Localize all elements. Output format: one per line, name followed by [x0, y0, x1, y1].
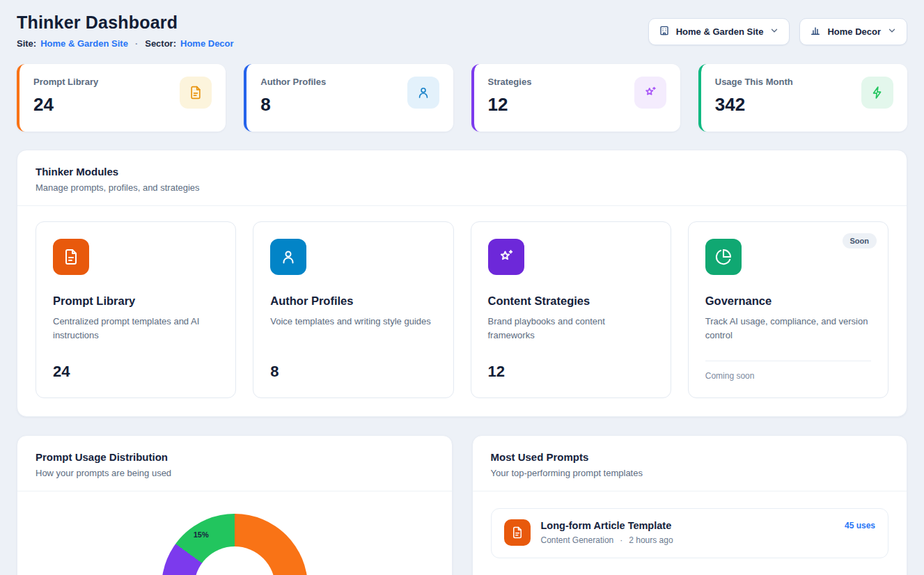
most-used-header: Most Used Prompts Your top-performing pr… — [473, 436, 907, 491]
module-card-content-strategies[interactable]: Content Strategies Brand playbooks and c… — [471, 221, 671, 398]
prompt-item-meta: Content Generation · 2 hours ago — [541, 535, 673, 545]
module-title: Prompt Library — [53, 294, 219, 308]
modules-title: Thinker Modules — [36, 166, 888, 178]
usage-subtitle: How your prompts are being used — [36, 468, 434, 478]
stat-text: Author Profiles 8 — [260, 77, 326, 116]
document-icon — [180, 77, 212, 109]
site-selector-label: Home & Garden Site — [676, 26, 764, 37]
meta-separator: · — [620, 535, 622, 545]
header-titles: Thinker Dashboard Site: Home & Garden Si… — [17, 13, 234, 49]
breadcrumb: Site: Home & Garden Site · Sector: Home … — [17, 38, 234, 49]
stat-card-author-profiles[interactable]: Author Profiles 8 — [244, 64, 453, 132]
building-icon — [659, 25, 670, 38]
sector-selector-dropdown[interactable]: Home Decor — [799, 18, 907, 45]
module-card-prompt-library[interactable]: Prompt Library Centralized prompt templa… — [36, 221, 236, 398]
module-count: 8 — [270, 352, 436, 381]
stat-text: Usage This Month 342 — [715, 77, 793, 116]
module-card-author-profiles[interactable]: Author Profiles Voice templates and writ… — [253, 221, 453, 398]
module-description: Brand playbooks and content frameworks — [488, 315, 654, 342]
user-icon — [270, 239, 306, 275]
chevron-down-icon — [769, 26, 779, 38]
module-card-governance[interactable]: Soon Governance Track AI usage, complian… — [688, 221, 888, 398]
donut-segment-label: 15% — [194, 530, 209, 539]
module-title: Governance — [705, 294, 871, 308]
usage-title: Prompt Usage Distribution — [36, 451, 434, 463]
prompt-usage-card: Prompt Usage Distribution How your promp… — [17, 435, 453, 575]
page-title: Thinker Dashboard — [17, 13, 234, 33]
stat-text: Strategies 12 — [488, 77, 532, 116]
pie-chart-icon — [705, 239, 742, 275]
prompt-item-time: 2 hours ago — [629, 535, 673, 545]
stats-row: Prompt Library 24 Author Profiles 8 Stra… — [17, 64, 907, 132]
most-used-subtitle: Your top-performing prompt templates — [491, 468, 889, 478]
stat-card-usage[interactable]: Usage This Month 342 — [698, 64, 907, 132]
uses-badge: 45 uses — [845, 521, 875, 530]
stat-label: Usage This Month — [715, 77, 793, 87]
stat-value: 12 — [488, 94, 532, 116]
module-description: Voice templates and writing style guides — [270, 315, 436, 329]
sparkle-star-icon — [634, 77, 666, 109]
site-label: Site: — [17, 38, 36, 49]
usage-chart-area: 15% — [17, 491, 452, 575]
sector-link[interactable]: Home Decor — [180, 38, 234, 49]
stat-label: Prompt Library — [33, 77, 98, 87]
most-used-title: Most Used Prompts — [491, 451, 889, 463]
stat-card-strategies[interactable]: Strategies 12 — [471, 64, 680, 132]
module-description: Track AI usage, compliance, and version … — [705, 315, 871, 342]
site-selector-dropdown[interactable]: Home & Garden Site — [648, 18, 790, 45]
chevron-down-icon — [887, 26, 897, 38]
sector-label: Sector: — [145, 38, 176, 49]
stat-label: Strategies — [488, 77, 532, 87]
module-description: Centralized prompt templates and AI inst… — [53, 315, 219, 342]
usage-donut[interactable]: 15% — [162, 514, 308, 575]
stat-card-prompt-library[interactable]: Prompt Library 24 — [17, 64, 226, 132]
site-link[interactable]: Home & Garden Site — [40, 38, 128, 49]
usage-card-header: Prompt Usage Distribution How your promp… — [17, 436, 452, 491]
prompt-item-category: Content Generation — [541, 535, 614, 545]
document-icon — [53, 239, 89, 275]
sparkle-star-icon — [488, 239, 524, 275]
bottom-row: Prompt Usage Distribution How your promp… — [17, 435, 907, 575]
breadcrumb-separator: · — [135, 38, 138, 49]
dashboard-page: Thinker Dashboard Site: Home & Garden Si… — [0, 0, 924, 575]
user-icon — [407, 77, 439, 109]
page-header: Thinker Dashboard Site: Home & Garden Si… — [17, 13, 907, 49]
lightning-icon — [861, 77, 893, 109]
prompt-list: Long-form Article Template Content Gener… — [473, 491, 907, 575]
modules-subtitle: Manage prompts, profiles, and strategies — [36, 182, 888, 193]
list-item-long-form-article[interactable]: Long-form Article Template Content Gener… — [491, 508, 889, 558]
soon-badge: Soon — [843, 233, 877, 249]
module-title: Author Profiles — [270, 294, 436, 308]
prompt-item-text: Long-form Article Template Content Gener… — [541, 520, 673, 545]
modules-grid: Prompt Library Centralized prompt templa… — [17, 206, 907, 416]
prompt-item-title: Long-form Article Template — [541, 520, 673, 531]
stat-label: Author Profiles — [260, 77, 326, 87]
thinker-modules-panel: Thinker Modules Manage prompts, profiles… — [17, 150, 907, 417]
sector-selector-label: Home Decor — [827, 26, 881, 37]
bar-chart-icon — [810, 25, 821, 38]
document-icon — [504, 519, 531, 546]
module-count: 24 — [53, 352, 219, 381]
stat-value: 24 — [33, 94, 98, 116]
most-used-prompts-card: Most Used Prompts Your top-performing pr… — [472, 435, 908, 575]
modules-panel-header: Thinker Modules Manage prompts, profiles… — [17, 150, 907, 205]
module-title: Content Strategies — [488, 294, 654, 308]
stat-value: 342 — [715, 94, 793, 116]
coming-soon-label: Coming soon — [705, 361, 871, 381]
header-selectors: Home & Garden Site Home Decor — [648, 18, 907, 45]
module-count: 12 — [488, 352, 654, 381]
stat-value: 8 — [260, 94, 326, 116]
stat-text: Prompt Library 24 — [33, 77, 98, 116]
